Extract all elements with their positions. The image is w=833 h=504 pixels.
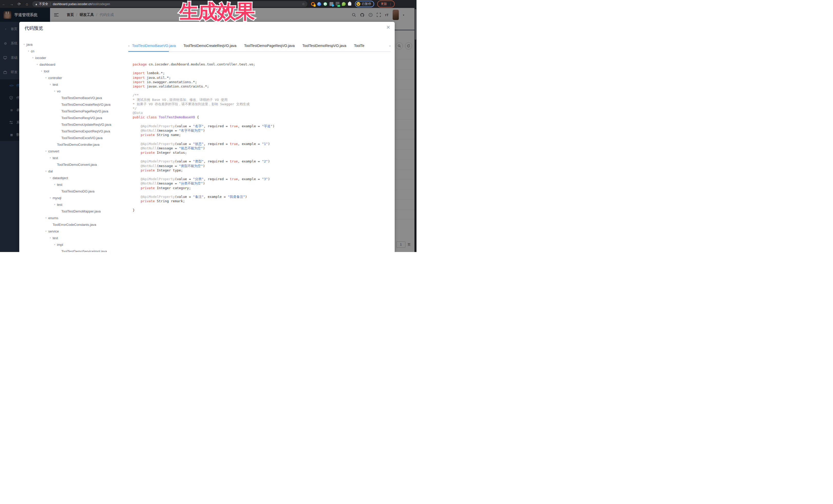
security-label[interactable]: 不安全 [39, 2, 48, 6]
back-icon[interactable]: ← [0, 2, 8, 6]
caret-down-icon[interactable]: ▾ [45, 76, 47, 79]
extension-drop-icon[interactable] [317, 2, 321, 6]
tree-node-label: java [26, 43, 32, 46]
caret-down-icon[interactable]: ▾ [53, 203, 56, 206]
tree-node[interactable]: ▾cn [21, 48, 126, 54]
address-bar[interactable]: ▲ 不安全 dashboard.yudao.iocoder.cn /tool/c… [32, 1, 307, 7]
file-tab[interactable]: ToolTe [354, 44, 364, 48]
caret-down-icon[interactable]: ▾ [40, 70, 43, 72]
tree-node[interactable]: ▾ToolTestDemoConvert.java [21, 161, 126, 168]
tree-node[interactable]: ▾dal [21, 168, 126, 174]
tree-node[interactable]: ▾test [21, 81, 126, 88]
tree-node[interactable]: ▾ToolTestDemoPageReqVO.java [21, 108, 126, 115]
extension-orange-icon[interactable]: 1 [311, 2, 315, 6]
caret-down-icon[interactable]: ▾ [45, 150, 47, 152]
browser-scrollbar[interactable] [414, 8, 416, 252]
file-tab[interactable]: ToolTestDemoPageReqVO.java [244, 44, 294, 48]
tree-node[interactable]: ▾mysql [21, 194, 126, 201]
tab-scroll-right-icon[interactable]: › [389, 44, 390, 48]
tree-node-label: enums [48, 216, 58, 220]
paused-label: 已暂停 [362, 2, 371, 6]
tree-node[interactable]: ▾service [21, 228, 126, 235]
tree-node[interactable]: ▾enums [21, 215, 126, 221]
tree-node-label: ToolTestDemoMapper.java [61, 209, 101, 213]
extensions-puzzle-icon[interactable] [348, 2, 351, 6]
tree-node[interactable]: ▾ToolTestDemoController.java [21, 141, 126, 148]
tree-node[interactable]: ▾test [21, 154, 126, 161]
tree-node[interactable]: ▾tool [21, 68, 126, 74]
tree-node[interactable]: ▾ToolTestDemoBaseVO.java [21, 94, 126, 101]
caret-down-icon[interactable]: ▾ [36, 63, 39, 66]
tree-node[interactable]: ▾convert [21, 148, 126, 154]
caret-down-icon[interactable]: ▾ [53, 183, 56, 186]
tabs-strip: ToolTestDemoBaseVO.javaToolTestDemoCreat… [132, 44, 389, 48]
tree-node[interactable]: ▾test [21, 181, 126, 188]
tree-node[interactable]: ▾ToolTestDemoExcelVO.java [21, 135, 126, 141]
tree-node[interactable]: ▾impl [21, 241, 126, 248]
tree-node[interactable]: ▾test [21, 201, 126, 208]
caret-down-icon[interactable]: ▾ [49, 237, 52, 239]
warning-icon: ▲ [35, 3, 38, 6]
tree-node[interactable]: ▾ToolTestDemoUpdateReqVO.java [21, 121, 126, 128]
file-tab[interactable]: ToolTestDemoCreateReqVO.java [184, 44, 236, 48]
tree-node-label: test [57, 183, 62, 187]
code-line [133, 190, 389, 194]
extension-diamond-icon[interactable] [330, 2, 333, 6]
tree-node[interactable]: ▾ToolTestDemoServiceImpl.java [21, 248, 126, 252]
forward-icon[interactable]: → [8, 2, 16, 6]
file-tab[interactable]: ToolTestDemoBaseVO.java [132, 44, 176, 48]
tree-node[interactable]: ▾dataobject [21, 174, 126, 181]
tree-node[interactable]: ▾test [21, 235, 126, 241]
tree-node[interactable]: ▾ToolTestDemoMapper.java [21, 208, 126, 215]
tree-node-label: ToolTestDemoDO.java [61, 189, 94, 193]
tree-node[interactable]: ▾ToolTestDemoCreateReqVO.java [21, 101, 126, 108]
code-line: @ApiModelProperty(value = "备注", example … [133, 194, 389, 199]
file-tab[interactable]: ToolTestDemoRespVO.java [302, 44, 346, 48]
divider [50, 2, 51, 6]
caret-down-icon[interactable]: ▾ [45, 217, 47, 219]
tab-scroll-left-icon[interactable]: ‹ [128, 44, 129, 48]
tree-node[interactable]: ▾controller [21, 74, 126, 81]
tab-track [128, 51, 390, 52]
caret-down-icon[interactable]: ▾ [31, 56, 34, 59]
code-line: */ [133, 106, 389, 111]
caret-down-icon[interactable]: ▾ [49, 176, 52, 179]
code-line [133, 67, 389, 71]
tree-node-label: dal [48, 169, 53, 173]
tree-node-label: dashboard [40, 63, 55, 67]
tree-node[interactable]: ▾ToolTestDemoRespVO.java [21, 115, 126, 121]
tree-node[interactable]: ▾ToolErrorCodeConstants.java [21, 221, 126, 228]
code-line [133, 89, 389, 93]
home-icon[interactable]: ⌂ [23, 2, 31, 6]
code-line: /** [133, 93, 389, 97]
caret-down-icon[interactable]: ▾ [49, 197, 52, 199]
tree-node[interactable]: ▾vo [21, 88, 126, 94]
scrollbar-thumb[interactable] [415, 9, 416, 40]
update-button[interactable]: 更新 ⋮ [377, 1, 395, 7]
paused-status-pill[interactable]: 已暂停 [355, 1, 374, 7]
code-line: @NotNull(message = "分类不能为空") [133, 181, 389, 186]
caret-down-icon[interactable]: ▾ [49, 83, 52, 86]
tree-node[interactable]: ▾iocoder [21, 54, 126, 61]
url-host: dashboard.yudao.iocoder.cn [53, 2, 92, 6]
active-tab-indicator [128, 51, 169, 52]
tree-node-label: service [48, 230, 59, 233]
tree-node[interactable]: ▾java [21, 41, 126, 48]
tree-node[interactable]: ▾dashboard [21, 61, 126, 68]
browser-menu-icon[interactable]: ⋮ [389, 3, 392, 5]
extension-green-icon[interactable]: y [323, 2, 327, 6]
extension-on-icon[interactable]: on [336, 2, 339, 6]
bookmark-star-icon[interactable]: ☆ [302, 2, 305, 6]
caret-down-icon[interactable]: ▾ [49, 157, 52, 159]
extension-plant-icon[interactable] [342, 2, 346, 6]
reload-icon[interactable]: ⟳ [16, 2, 23, 6]
caret-down-icon[interactable]: ▾ [27, 50, 30, 52]
caret-down-icon[interactable]: ▾ [53, 90, 56, 92]
caret-down-icon[interactable]: ▾ [45, 170, 47, 172]
caret-down-icon[interactable]: ▾ [53, 243, 56, 246]
close-icon[interactable]: ✕ [386, 24, 390, 30]
tree-node[interactable]: ▾ToolTestDemoExportReqVO.java [21, 128, 126, 135]
tree-node[interactable]: ▾ToolTestDemoDO.java [21, 188, 126, 194]
caret-down-icon[interactable]: ▾ [45, 230, 47, 233]
caret-down-icon[interactable]: ▾ [23, 43, 25, 46]
